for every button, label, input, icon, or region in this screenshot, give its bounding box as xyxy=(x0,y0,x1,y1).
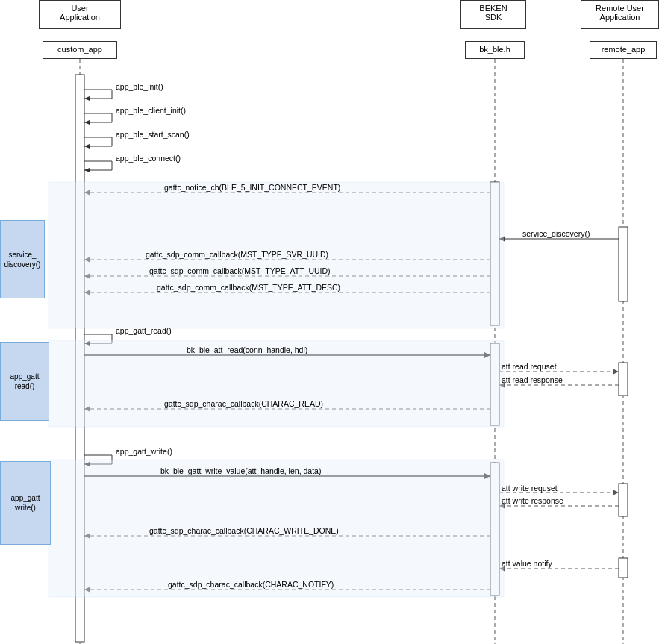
svg-rect-3 xyxy=(75,75,84,642)
label-service-discovery: service_discovery() xyxy=(0,220,45,298)
svg-marker-27 xyxy=(484,352,490,358)
svg-marker-33 xyxy=(84,406,90,412)
lifeline-remote-user: Remote UserApplication xyxy=(581,0,659,29)
svg-marker-24 xyxy=(84,290,90,296)
svg-rect-8 xyxy=(619,363,628,396)
msg-service-discovery: service_discovery() xyxy=(522,229,590,238)
msg-sdp-svr-uuid: gattc_sdp_comm_callback(MST_TYPE_SVR_UUI… xyxy=(146,250,328,259)
svg-marker-38 xyxy=(613,490,619,495)
msg-att-read-response: att read response xyxy=(502,375,563,384)
msg-charac-notify: gattc_sdp_charac_callback(CHARAC_NOTIFY) xyxy=(168,580,334,589)
svg-rect-9 xyxy=(619,484,628,516)
lifeline-beken-sdk: BEKENSDK xyxy=(460,0,526,29)
svg-marker-18 xyxy=(499,236,505,242)
svg-marker-46 xyxy=(84,587,90,593)
svg-marker-14 xyxy=(84,168,90,172)
svg-rect-4 xyxy=(490,182,499,325)
msg-app-ble-connect: app_ble_connect() xyxy=(116,154,181,163)
msg-bk-ble-att-read: bk_ble_att_read(conn_handle, hdl) xyxy=(187,346,307,354)
lifeline-user-app: UserApplication xyxy=(39,0,121,29)
msg-sdp-att-desc: gattc_sdp_comm_callback(MST_TYPE_ATT_DES… xyxy=(157,283,340,292)
custom-app-label: custom_app xyxy=(57,45,102,54)
svg-marker-16 xyxy=(84,190,90,196)
msg-app-gatt-read: app_gatt_read() xyxy=(116,326,172,335)
svg-marker-29 xyxy=(613,369,619,375)
label-app-gatt-write: app_gatt write() xyxy=(0,461,51,545)
svg-marker-36 xyxy=(484,473,490,479)
msg-app-ble-init: app_ble_init() xyxy=(116,82,163,91)
msg-bk-ble-gatt-write: bk_ble_gatt_write_value(att_handle, len,… xyxy=(160,466,321,475)
msg-app-ble-client-init: app_ble_client_init() xyxy=(116,106,186,115)
actor-bk-ble-h: bk_ble.h xyxy=(465,41,525,59)
msg-att-value-notify: att value notify xyxy=(502,559,552,568)
svg-rect-6 xyxy=(490,463,499,595)
msg-gattc-notice-cb: gattc_notice_cb(BLE_5_INIT_CONNECT_EVENT… xyxy=(164,183,340,192)
msg-sdp-att-uuid: gattc_sdp_comm_callback(MST_TYPE_ATT_UUI… xyxy=(149,266,331,275)
msg-app-ble-start-scan: app_ble_start_scan() xyxy=(116,130,190,139)
svg-rect-7 xyxy=(619,227,628,301)
msg-charac-write-done: gattc_sdp_charac_callback(CHARAC_WRITE_D… xyxy=(149,526,339,535)
user-app-label: UserApplication xyxy=(60,4,100,22)
svg-marker-25 xyxy=(84,341,90,346)
msg-att-read-request: att read requset xyxy=(502,362,557,371)
actor-remote-app: remote_app xyxy=(590,41,657,59)
label-app-gatt-read: app_gatt read() xyxy=(0,342,49,421)
msg-charac-read: gattc_sdp_charac_callback(CHARAC_READ) xyxy=(164,399,323,408)
svg-marker-34 xyxy=(84,462,90,466)
actor-custom-app: custom_app xyxy=(43,41,117,59)
sequence-diagram: UserApplication BEKENSDK Remote UserAppl… xyxy=(0,0,659,644)
svg-marker-12 xyxy=(84,120,90,125)
remote-app-label: remote_app xyxy=(602,45,646,54)
svg-marker-42 xyxy=(84,533,90,539)
msg-app-gatt-write: app_gatt_write() xyxy=(116,447,172,456)
beken-sdk-label: BEKENSDK xyxy=(479,4,507,22)
svg-marker-22 xyxy=(84,273,90,279)
svg-rect-5 xyxy=(490,343,499,425)
svg-rect-10 xyxy=(619,558,628,578)
svg-marker-13 xyxy=(84,144,90,149)
svg-marker-11 xyxy=(84,96,90,101)
svg-marker-20 xyxy=(84,257,90,263)
msg-att-write-response: att write response xyxy=(502,496,563,505)
bk-ble-h-label: bk_ble.h xyxy=(479,45,510,54)
msg-att-write-request: att write requset xyxy=(502,484,558,493)
remote-user-label: Remote UserApplication xyxy=(596,4,644,22)
arrows-svg xyxy=(0,0,659,644)
